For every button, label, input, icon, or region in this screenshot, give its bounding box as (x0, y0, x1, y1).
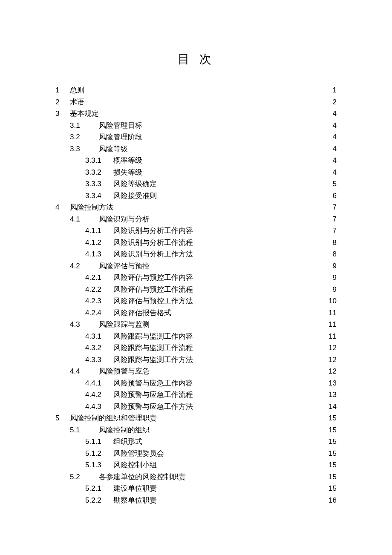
toc-entry-number: 5 (55, 412, 70, 424)
toc-entry-label: 风险预警与应急工作流程 (113, 389, 196, 401)
toc-leader (146, 132, 267, 139)
toc-entry: 4.2风险评估与预控9 (55, 260, 337, 272)
toc-entry-label: 风险识别与分析工作内容 (113, 225, 196, 237)
toc-entry: 5.1风险控制的组织15 (55, 424, 337, 436)
toc-entry: 3.3.1概率等级4 (55, 155, 337, 167)
toc-entry: 5.1.1组织形式15 (55, 436, 337, 448)
toc-entry: 4.3.2风险跟踪与监测工作流程12 (55, 342, 337, 354)
toc-leader (196, 285, 267, 292)
toc-entry-page: 13 (326, 377, 337, 389)
toc-entry-number: 3.3 (70, 143, 99, 155)
toc-entry-number: 3.3.4 (85, 190, 113, 202)
toc-entry-number: 5.1.1 (85, 436, 113, 448)
toc-entry: 4.4.2风险预警与应急工作流程13 (55, 389, 337, 401)
toc-entry-page: 11 (326, 319, 337, 331)
toc-entry-page: 7 (326, 225, 337, 237)
toc-entry-number: 4.3.1 (85, 331, 113, 342)
toc-entry-number: 5.1.2 (85, 448, 113, 460)
toc-entry: 4.4.3风险预警与应急工作方法14 (55, 401, 337, 413)
toc-leader (117, 202, 267, 210)
toc-entry-number: 4.2 (70, 260, 99, 272)
toc-entry: 4.1风险识别与分析7 (55, 213, 337, 225)
toc-leader (196, 343, 267, 350)
toc-entry: 3.3.3风险等级确定5 (55, 178, 337, 190)
toc-entry-page: 15 (326, 459, 337, 471)
toc-leader (196, 331, 267, 339)
toc-entry-label: 风险控制的组织和管理职责 (70, 412, 160, 424)
toc-entry: 4.1.1风险识别与分析工作内容7 (55, 225, 337, 237)
toc-entry-page: 9 (326, 284, 337, 296)
toc-entry-number: 3 (55, 108, 70, 120)
toc-entry: 5.2各参建单位的风险控制职责15 (55, 471, 337, 483)
toc-entry-page: 13 (326, 389, 337, 401)
toc-entry-number: 4.1.1 (85, 225, 113, 237)
toc-entry-number: 4.3.3 (85, 354, 113, 366)
toc-entry: 5.2.2勘察单位职责16 (55, 495, 337, 506)
toc-entry-label: 风险评估与预控 (99, 260, 153, 272)
toc-entry-page: 7 (326, 213, 337, 225)
toc-entry-number: 4.2.2 (85, 284, 113, 296)
toc-entry-label: 风险预警与应急工作方法 (113, 401, 196, 413)
toc-entry-page: 16 (326, 495, 337, 506)
toc-entry-page: 12 (326, 342, 337, 354)
toc-entry-label: 基本规定 (70, 108, 102, 120)
toc-entry: 4.3风险跟踪与监测11 (55, 319, 337, 331)
toc-entry: 1总则1 (55, 84, 337, 96)
toc-leader (88, 97, 267, 104)
toc-leader (153, 261, 267, 268)
toc-entry-page: 15 (326, 436, 337, 448)
toc-entry-label: 风险管理委员会 (113, 448, 167, 460)
toc-entry-label: 风险跟踪与监测工作流程 (113, 342, 196, 354)
toc-entry: 3.1风险管理目标4 (55, 120, 337, 132)
toc-entry-label: 风险识别与分析工作流程 (113, 237, 196, 249)
toc-entry-label: 风险评估与预控工作内容 (113, 272, 196, 284)
toc-entry-page: 11 (326, 307, 337, 319)
toc-entry-label: 风险管理阶段 (99, 131, 146, 143)
toc-entry: 4.1.3风险识别与分析工作方法8 (55, 248, 337, 260)
toc-leader (189, 472, 267, 479)
toc-leader (153, 366, 267, 374)
toc-entry: 4.4.1风险预警与应急工作内容13 (55, 377, 337, 389)
toc-entry-page: 4 (326, 155, 337, 167)
toc-leader (196, 249, 267, 256)
toc-entry-page: 14 (326, 401, 337, 413)
toc-entry-number: 5.2 (70, 471, 99, 483)
toc-entry-label: 风险跟踪与监测工作方法 (113, 354, 196, 366)
toc-title: 目 次 (55, 51, 337, 67)
toc-entry-label: 风险控制的组织 (99, 424, 153, 436)
toc-leader (153, 425, 267, 432)
toc-entry: 5风险控制的组织和管理职责15 (55, 412, 337, 424)
toc-leader (146, 121, 267, 128)
toc-leader (196, 355, 267, 362)
toc-entry-page: 11 (326, 331, 337, 342)
toc-entry-label: 概率等级 (113, 155, 146, 167)
toc-entry-number: 4.1.3 (85, 248, 113, 260)
toc-entry-label: 建设单位职责 (113, 483, 160, 495)
toc-entry-page: 9 (326, 260, 337, 272)
toc-entry-label: 风险评估与预控工作流程 (113, 284, 196, 296)
toc-entry-number: 4.2.3 (85, 295, 113, 307)
toc-entry-number: 4.2.4 (85, 307, 113, 319)
toc-leader (167, 449, 267, 456)
toc-entry: 3.2风险管理阶段4 (55, 131, 337, 143)
toc-entry-page: 12 (326, 354, 337, 366)
toc-entry-page: 9 (326, 272, 337, 284)
toc-entry-page: 1 (326, 84, 337, 96)
toc-entry: 4.2.4风险评估报告格式11 (55, 307, 337, 319)
toc-entry: 4.1.2风险识别与分析工作流程8 (55, 237, 337, 249)
toc-entry-page: 8 (326, 248, 337, 260)
toc-entry-page: 5 (326, 178, 337, 190)
toc-entry-number: 3.3.2 (85, 167, 113, 178)
toc-leader (102, 109, 267, 116)
toc-entry-label: 风险等级 (99, 143, 131, 155)
toc-entry-page: 8 (326, 237, 337, 249)
toc-entry-number: 3.3.1 (85, 155, 113, 167)
toc-entry-page: 4 (326, 120, 337, 132)
toc-entry-number: 3.2 (70, 131, 99, 143)
toc-entry: 5.1.2风险管理委员会15 (55, 448, 337, 460)
toc-leader (196, 226, 267, 233)
toc-entry: 4.4风险预警与应急12 (55, 365, 337, 377)
toc-entry-page: 4 (326, 108, 337, 120)
toc-entry-label: 风险评估与预控工作方法 (113, 295, 196, 307)
toc-entry: 4.3.1风险跟踪与监测工作内容11 (55, 331, 337, 342)
